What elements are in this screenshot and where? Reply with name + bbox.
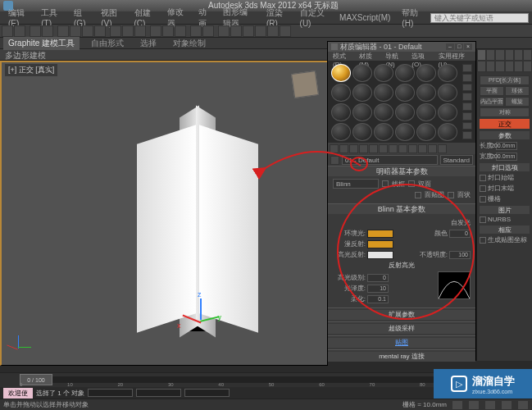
length-spinner[interactable]: 200.0mm [496, 142, 517, 150]
mirror-button[interactable] [190, 25, 202, 37]
material-slot[interactable] [438, 123, 457, 141]
material-slot-1[interactable] [331, 64, 351, 82]
curve-editor-button[interactable] [230, 25, 242, 37]
shader-dropdown[interactable]: Blinn [333, 179, 379, 189]
next-frame-button[interactable] [517, 400, 529, 410]
select-button[interactable] [57, 25, 69, 37]
percent-snap-button[interactable] [175, 25, 186, 37]
ribbon-objectpaint[interactable]: 对象绘制 [168, 37, 211, 50]
material-slot[interactable] [416, 103, 436, 121]
rotate-button[interactable] [122, 25, 134, 37]
sample-type-button[interactable] [462, 64, 472, 72]
ribbon-graphite[interactable]: Graphite 建模工具 [3, 37, 80, 50]
me-menu-mode[interactable]: 模式(D) [330, 52, 356, 61]
material-slot[interactable] [395, 84, 415, 102]
link-button[interactable] [30, 25, 41, 37]
display-tab[interactable] [514, 49, 523, 61]
nurbs-checkbox[interactable] [480, 216, 486, 223]
x-input[interactable] [88, 389, 133, 397]
me-menu-util[interactable]: 实用程序(U) [436, 52, 473, 61]
backlight-button[interactable] [462, 74, 472, 82]
me-menu-nav[interactable]: 导航(N) [383, 52, 408, 61]
me-minimize-button[interactable]: – [446, 43, 454, 50]
align-button[interactable] [202, 25, 214, 37]
go-parent-button[interactable] [428, 144, 437, 153]
y-input[interactable] [136, 389, 181, 397]
autokey-button[interactable] [452, 400, 463, 410]
type-plane-button[interactable]: 平面 [480, 86, 504, 96]
material-editor-button[interactable] [255, 25, 266, 37]
render-setup-button[interactable] [267, 25, 279, 37]
preview-button[interactable] [462, 112, 472, 121]
prev-frame-button[interactable] [484, 400, 496, 410]
lights-button[interactable] [495, 61, 504, 72]
rollout-caps-head[interactable]: 封口选项 [480, 163, 530, 171]
rollout-maps-head[interactable]: 贴图 [328, 338, 475, 348]
material-slot[interactable] [352, 103, 372, 121]
material-slot[interactable] [395, 64, 415, 82]
background-button[interactable] [462, 84, 472, 92]
shapes-button[interactable] [486, 61, 495, 72]
view-cube[interactable] [286, 66, 324, 103]
redo-button[interactable] [14, 25, 25, 37]
ribbon-freeform[interactable]: 自由形式 [86, 37, 129, 50]
material-slot[interactable] [416, 123, 436, 141]
width-spinner[interactable]: 200.0mm [496, 153, 517, 161]
show-map-button[interactable] [408, 144, 417, 153]
material-slot[interactable] [352, 84, 372, 102]
geometry-button[interactable] [477, 61, 486, 72]
systems-button[interactable] [523, 61, 532, 72]
show-end-button[interactable] [418, 144, 427, 153]
material-slot[interactable] [438, 84, 457, 102]
faceted-checkbox[interactable] [448, 192, 454, 198]
material-slot[interactable] [438, 64, 457, 82]
rollout-sec2-head[interactable]: 图片 [480, 206, 530, 214]
cap-end-checkbox[interactable] [480, 185, 486, 192]
material-type-button[interactable]: Standard [440, 155, 473, 165]
rollout-mental-head[interactable]: mental ray 连接 [328, 352, 475, 362]
me-maximize-button[interactable]: □ [455, 43, 463, 50]
move-button[interactable] [110, 25, 121, 37]
schematic-button[interactable] [243, 25, 254, 37]
search-input[interactable] [430, 13, 529, 23]
undo-button[interactable] [2, 25, 13, 37]
setkey-button[interactable] [468, 400, 480, 410]
select-region-button[interactable] [82, 25, 93, 37]
rollout-params-head[interactable]: 参数 [480, 131, 530, 139]
menu-custom[interactable]: 自定义(U) [295, 7, 334, 29]
menu-script[interactable]: MAXScript(M) [334, 12, 395, 23]
make-copy-button[interactable] [369, 144, 378, 153]
me-menu-opts[interactable]: 选项(O) [409, 52, 434, 61]
material-slot[interactable] [374, 64, 393, 82]
layer-button[interactable] [218, 25, 230, 37]
type-a-button[interactable]: 内凸平面 [480, 97, 504, 107]
hierarchy-tab[interactable] [495, 49, 504, 61]
options-button[interactable] [462, 122, 472, 130]
material-slot[interactable] [352, 64, 372, 82]
unlink-button[interactable] [42, 25, 53, 37]
video-check-button[interactable] [462, 102, 472, 111]
render-button[interactable] [280, 25, 291, 37]
material-nav-button[interactable] [462, 131, 472, 139]
play-button[interactable] [501, 400, 512, 410]
transform-gizmo[interactable]: z y x [189, 298, 213, 348]
gen-maps-checkbox[interactable] [480, 237, 486, 244]
selection-lock-button[interactable]: 欢迎使 [3, 388, 33, 399]
material-slot[interactable] [374, 103, 393, 121]
uv-tile-button[interactable] [462, 93, 472, 101]
me-close-button[interactable]: × [464, 43, 472, 50]
scale-button[interactable] [134, 25, 146, 37]
helpers-button[interactable] [514, 61, 523, 72]
motion-tab[interactable] [505, 49, 514, 61]
morph-checkbox[interactable] [480, 196, 486, 203]
rollout-sec3-head[interactable]: 相应 [480, 226, 530, 234]
material-slot[interactable] [331, 103, 351, 121]
type-box-button[interactable]: PFD[长方体] [480, 75, 530, 85]
material-slot[interactable] [395, 103, 415, 121]
window-cross-button[interactable] [94, 25, 106, 37]
me-menu-material[interactable]: 材质(M) [357, 52, 383, 61]
snap-button[interactable] [150, 25, 161, 37]
make-unique-button[interactable] [379, 144, 388, 153]
material-slot[interactable] [374, 84, 393, 102]
material-id-button[interactable] [398, 144, 407, 153]
